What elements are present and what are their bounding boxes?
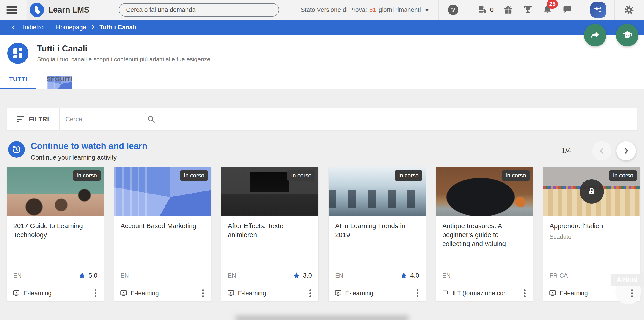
course-card[interactable]: In corso Apprendre l'Italien Scaduto FR-… [543, 167, 640, 301]
course-card[interactable]: In corso Account Based Marketing EN E-le… [114, 167, 211, 301]
learning-fab[interactable] [616, 24, 638, 46]
channel-search-input[interactable] [66, 116, 147, 123]
rating-value: 3.0 [303, 272, 312, 279]
graduation-cap-icon [622, 30, 633, 41]
trial-status-dropdown[interactable]: Stato Versione di Prova: 81 giorni riman… [301, 7, 429, 14]
ai-assistant-button[interactable] [590, 2, 606, 18]
help-button[interactable]: ? [448, 5, 458, 15]
course-title: 2017 Guide to Learning Technology [13, 222, 98, 239]
course-type: ILT (formazione con… [442, 289, 513, 297]
notifications-button[interactable]: 25 [542, 5, 553, 15]
tab-seguiti[interactable]: SEGUITI [46, 76, 72, 89]
divider [468, 0, 468, 20]
language-label: EN [13, 272, 22, 279]
filter-icon [16, 116, 24, 122]
kebab-menu-button[interactable] [522, 288, 527, 299]
carousel-subtitle: Continue your learning activity [31, 154, 147, 161]
global-search-input[interactable] [126, 7, 272, 14]
course-type: E-learning [549, 289, 588, 297]
chevron-right-icon [622, 147, 630, 155]
star-icon [293, 272, 300, 279]
actions-tooltip: Azioni [610, 274, 644, 286]
kebab-menu-button[interactable] [93, 288, 98, 299]
divider [50, 22, 50, 33]
chevron-left-icon [10, 24, 16, 30]
status-badge: In corso [609, 170, 637, 181]
app-logo[interactable]: Learn LMS [27, 0, 90, 20]
page-title: Tutti i Canali [37, 44, 210, 54]
coins-count: 0 [490, 6, 494, 14]
filters-button[interactable]: FILTRI [7, 108, 59, 130]
course-card[interactable]: In corso After Effects: Texte animieren … [222, 167, 318, 301]
floating-actions [584, 24, 638, 46]
back-button[interactable]: Indietro [7, 24, 44, 31]
course-thumbnail[interactable]: In corso [222, 167, 318, 216]
notification-count-badge: 25 [547, 0, 558, 9]
course-type-label: E-learning [560, 290, 588, 297]
course-type-label: E-learning [345, 290, 373, 297]
elearning-icon [227, 289, 235, 297]
course-status-label: Scaduto [550, 233, 634, 240]
rating-value: 4.0 [410, 272, 419, 279]
main-content: FILTRI Continue to watch and learn Conti… [0, 108, 644, 301]
lock-icon [580, 179, 604, 204]
carousel-title-link[interactable]: Continue to watch and learn [31, 141, 147, 151]
logo-text: Learn LMS [48, 5, 90, 15]
course-type-label: E-learning [131, 290, 159, 297]
course-thumbnail[interactable]: In corso [436, 167, 533, 216]
kebab-menu-button[interactable] [200, 288, 206, 299]
trial-suffix: giorni rimanenti [378, 7, 421, 14]
coins-button[interactable]: 0 [477, 5, 494, 15]
share-arrow-icon [590, 30, 601, 41]
carousel-prev-button[interactable] [592, 141, 612, 161]
course-card[interactable]: In corso Antique treasures: A beginner’s… [436, 167, 533, 301]
topbar-actions: ? 0 25 [434, 0, 644, 20]
global-search[interactable] [119, 3, 279, 17]
star-icon [400, 272, 408, 279]
kebab-menu-button[interactable] [415, 288, 420, 299]
sparkles-icon [593, 5, 603, 15]
course-card[interactable]: In corso AI in Learning Trends in 2019 E… [329, 167, 426, 301]
share-fab[interactable] [584, 24, 606, 46]
breadcrumb-homepage[interactable]: Homepage [56, 24, 86, 31]
channel-search[interactable] [60, 115, 154, 123]
course-thumbnail[interactable]: In corso [543, 167, 640, 216]
course-type-label: ILT (formazione con… [452, 290, 513, 297]
coins-icon [477, 5, 488, 15]
page-subtitle: Sfoglia i tuoi canali e scopri i contenu… [37, 56, 210, 63]
course-thumbnail[interactable]: In corso [329, 167, 426, 216]
topbar: Learn LMS Stato Versione di Prova: 81 gi… [0, 0, 644, 20]
page-header: Tutti i Canali Sfoglia i tuoi canali e s… [0, 35, 644, 89]
course-title: Antique treasures: A beginner’s guide to… [442, 222, 526, 248]
logo-icon [30, 3, 44, 17]
carousel-next-button[interactable] [616, 141, 636, 161]
course-type: E-learning [227, 289, 266, 297]
messages-button[interactable] [562, 5, 572, 15]
course-title: AI in Learning Trends in 2019 [335, 222, 419, 239]
carousel-pagination: 1/4 [561, 147, 571, 155]
trial-days: 81 [370, 7, 376, 14]
status-badge: In corso [502, 170, 530, 181]
kebab-menu-button[interactable] [308, 288, 313, 299]
rating: 3.0 [293, 272, 312, 279]
kebab-menu-button[interactable] [629, 288, 634, 299]
star-icon [78, 272, 86, 279]
course-type: E-learning [120, 289, 159, 297]
course-thumbnail[interactable]: In corso [114, 167, 211, 216]
language-label: EN [120, 272, 129, 279]
rewards-button[interactable] [503, 5, 513, 15]
rating-value: 5.0 [88, 272, 98, 279]
course-type-label: E-learning [24, 290, 52, 297]
course-thumbnail[interactable]: In corso [7, 167, 104, 216]
status-badge: In corso [395, 170, 422, 181]
course-card[interactable]: In corso 2017 Guide to Learning Technolo… [7, 167, 104, 301]
achievements-button[interactable] [522, 5, 533, 15]
menu-icon[interactable] [6, 7, 17, 14]
language-label: EN [335, 272, 343, 279]
divider [438, 0, 439, 20]
breadcrumb-current: Tutti i Canali [100, 24, 136, 31]
course-type: E-learning [334, 289, 373, 297]
settings-button[interactable] [624, 5, 634, 15]
chevron-right-icon [90, 24, 96, 30]
tab-tutti[interactable]: TUTTI [0, 76, 36, 89]
